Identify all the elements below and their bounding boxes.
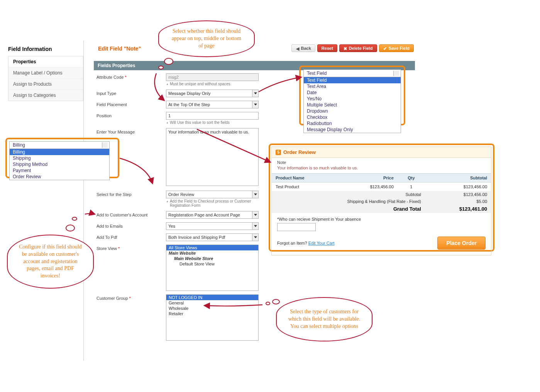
order-question-input[interactable] [277, 223, 316, 231]
toolbar: ◀Back Reset ✖Delete Field ✔Save Field [291, 44, 414, 52]
sidebar-title: Field Information [8, 44, 83, 56]
step-number-icon: 5 [276, 150, 281, 155]
sidebar-item-properties[interactable]: Properties [8, 56, 83, 68]
position-label: Position [96, 112, 166, 118]
customer-group-label: Customer Group * [96, 294, 166, 301]
callout-group: Select the type of customers for which t… [276, 297, 372, 341]
store-view-option[interactable]: Main Website Store [166, 256, 258, 261]
col-name: Product Name [272, 174, 339, 182]
add-emails-select[interactable] [166, 222, 259, 230]
select-step-hint: Add the Field to Checkout process or Cus… [166, 199, 262, 208]
add-emails-label: Add to Emails [96, 222, 166, 228]
attribute-code-label: Attribute Code * [96, 73, 166, 79]
field-placement-label: Field Placement [96, 101, 166, 107]
customer-group-option[interactable]: Wholesale [166, 306, 258, 311]
reset-button[interactable]: Reset [317, 44, 337, 52]
forgot-item: Forgot an Item? Edit Your Cart [277, 241, 335, 245]
customer-group-multiselect[interactable]: NOT LOGGED IN General Wholesale Retailer [166, 294, 259, 341]
position-input[interactable] [166, 112, 259, 120]
step-option[interactable]: Billing [10, 149, 109, 155]
shipping-label: Shipping & Handling (Flat Rate - Fixed) [272, 198, 425, 205]
sidebar-item-categories[interactable]: Assign to Categories [8, 90, 83, 101]
attribute-code-hint: Must be unique and without spaces [166, 82, 262, 86]
delete-button[interactable]: ✖Delete Field [339, 44, 377, 52]
input-type-option[interactable]: Date [304, 90, 401, 96]
store-view-label: Store View * [96, 245, 166, 251]
input-type-option[interactable]: Text Field [304, 77, 401, 83]
grandtotal-label: Grand Total [272, 205, 425, 213]
table-row: Test Product $123,456.00 1 $123,456.00 [272, 182, 491, 191]
sidebar-item-products[interactable]: Assign to Products [8, 79, 83, 90]
customer-group-option[interactable]: NOT LOGGED IN [166, 295, 258, 300]
position-hint: Will Use this value to sort the fields [166, 120, 262, 125]
callout-account: Configure if this field should be availa… [7, 235, 94, 289]
order-question: *Who can recieve Shipment in Your absenc… [272, 213, 491, 233]
sidebar: Field Information Properties Manage Labe… [8, 44, 83, 101]
input-type-popup: Text Field Text Field Text Area Date Yes… [303, 69, 401, 133]
place-order-button[interactable]: Place Order [437, 237, 486, 250]
input-type-label: Input Type [96, 90, 166, 96]
back-icon: ◀ [296, 46, 300, 50]
step-option[interactable]: Shipping Method [10, 161, 109, 167]
add-account-label: Add to Customer's Account [96, 211, 166, 217]
step-popup-head[interactable]: Billing [10, 142, 109, 149]
add-pdf-select[interactable] [166, 233, 259, 241]
cell-subtotal: $123,456.00 [425, 182, 491, 191]
message-label: Enter Your Message [96, 128, 166, 134]
cell-qty: 1 [398, 182, 425, 191]
callout-placement: Select whether this field should appear … [158, 20, 255, 57]
add-account-select[interactable] [166, 211, 259, 219]
shipping-value: $5.00 [425, 198, 491, 205]
sidebar-divider [83, 41, 84, 361]
subtotal-label: Subtotal [272, 191, 425, 198]
customer-group-option[interactable]: Retailer [166, 311, 258, 316]
field-placement-select[interactable] [166, 101, 259, 108]
col-price: Price [339, 174, 397, 182]
col-subtotal: Subtotal [425, 174, 491, 182]
save-button[interactable]: ✔Save Field [379, 44, 414, 52]
edit-cart-link[interactable]: Edit Your Cart [308, 241, 335, 245]
page-title: Edit Field "Note" [98, 46, 141, 52]
select-step-label: Select for the Step [96, 191, 166, 197]
input-type-option[interactable]: Multiple Select [304, 102, 401, 108]
input-type-option[interactable]: Radiobutton [304, 120, 401, 127]
message-textarea[interactable]: Your information is so much valuable to … [166, 128, 259, 186]
reset-label: Reset [322, 46, 333, 51]
delete-icon: ✖ [344, 46, 347, 50]
cell-name: Test Product [272, 182, 339, 191]
delete-label: Delete Field [349, 46, 373, 51]
order-review-header: 5Order Review [272, 147, 491, 158]
select-step-select[interactable] [166, 191, 259, 198]
step-option[interactable]: Payment [10, 167, 109, 174]
input-type-option[interactable]: Checkbox [304, 114, 401, 120]
cell-price: $123,456.00 [339, 182, 397, 191]
store-view-option[interactable]: Main Website [166, 250, 258, 256]
customer-group-option[interactable]: General [166, 300, 258, 306]
store-view-option[interactable]: Default Store View [166, 261, 258, 267]
step-option[interactable]: Shipping [10, 155, 109, 161]
attribute-code-input[interactable] [166, 73, 259, 81]
sidebar-item-labels[interactable]: Manage Label / Options [8, 68, 83, 79]
input-type-popup-head[interactable]: Text Field [304, 70, 401, 77]
grandtotal-value: $123,461.00 [425, 205, 491, 213]
col-qty: Qty [398, 174, 425, 182]
input-type-option[interactable]: Dropdown [304, 108, 401, 114]
order-table: Product Name Price Qty Subtotal Test Pro… [272, 173, 491, 213]
order-review-preview: 5Order Review Note Your information is s… [271, 147, 491, 255]
sidebar-nav: Properties Manage Label / Options Assign… [8, 56, 83, 101]
input-type-option[interactable]: Text Area [304, 83, 401, 90]
store-view-multiselect[interactable]: All Store Views Main Website Main Websit… [166, 245, 259, 291]
store-view-option[interactable]: All Store Views [166, 245, 258, 250]
step-popup: Billing Billing Shipping Shipping Method… [9, 141, 110, 180]
form: Attribute Code * Must be unique and with… [96, 73, 262, 344]
input-type-select[interactable] [166, 90, 259, 97]
input-type-option[interactable]: Message Display Only [304, 127, 401, 133]
order-note-label: Note [272, 158, 491, 166]
save-label: Save Field [389, 46, 410, 51]
step-option[interactable]: Order Review [10, 174, 109, 180]
input-type-option[interactable]: Yes/No [304, 96, 401, 102]
back-label: Back [301, 46, 311, 51]
back-button[interactable]: ◀Back [291, 44, 315, 52]
subtotal-value: $123,456.00 [425, 191, 491, 198]
add-pdf-label: Add To Pdf [96, 233, 166, 240]
